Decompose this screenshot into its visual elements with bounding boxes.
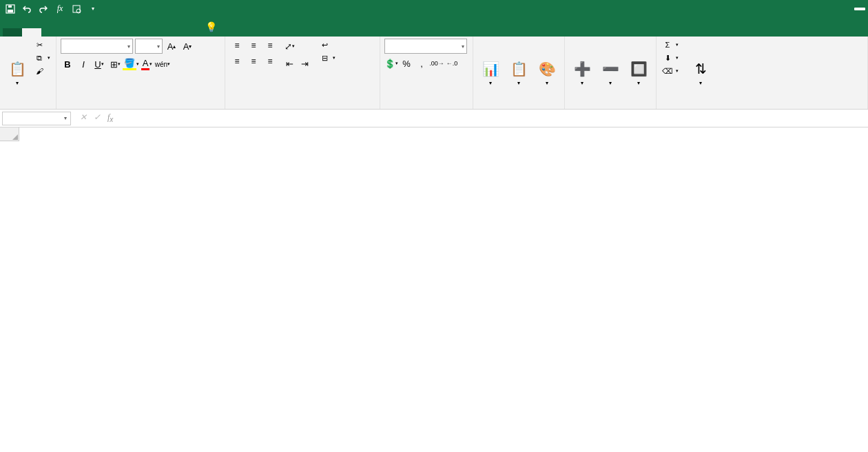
cond-format-button[interactable]: 📊▾ <box>477 39 504 106</box>
tab-formula[interactable] <box>80 28 99 37</box>
phonetic-button[interactable]: wén▾ <box>156 56 169 72</box>
align-top-button[interactable]: ≡ <box>229 39 245 52</box>
redo-icon[interactable] <box>36 1 51 17</box>
comma-button[interactable]: , <box>415 56 428 71</box>
decrease-font-button[interactable]: A▾ <box>180 39 194 54</box>
ribbon-tabs: 💡 <box>0 17 868 37</box>
cond-format-icon: 📊 <box>481 59 500 79</box>
cell-style-icon: 🎨 <box>537 59 557 79</box>
fill-button[interactable]: ⬇ ▾ <box>661 52 680 64</box>
login-button[interactable] <box>854 8 865 10</box>
cells-label <box>569 106 652 107</box>
merge-button[interactable]: ⊟ ▾ <box>318 52 337 64</box>
sort-filter-button[interactable]: ⇅▾ <box>688 39 714 106</box>
table-icon: 📋 <box>509 59 528 79</box>
insert-cells-button[interactable]: ➕▾ <box>569 39 595 106</box>
tab-help[interactable] <box>176 28 196 37</box>
cancel-formula-button[interactable]: ✕ <box>80 112 87 123</box>
brush-icon: 🖌 <box>34 65 45 76</box>
tab-home[interactable] <box>22 28 41 37</box>
tab-data[interactable] <box>99 28 118 37</box>
group-number: ▾ 💲▾ % , .00→ ←.0 <box>380 37 473 109</box>
decrease-decimal-button[interactable]: ←.0 <box>445 56 459 71</box>
align-right-button[interactable]: ≡ <box>262 54 278 68</box>
tab-insert[interactable] <box>41 28 61 37</box>
tab-view[interactable] <box>138 28 157 37</box>
wrap-text-button[interactable]: ↩ <box>318 39 337 51</box>
font-name-combo[interactable]: ▾ <box>61 39 133 54</box>
align-left-button[interactable]: ≡ <box>229 54 245 68</box>
format-icon: 🔲 <box>629 59 648 79</box>
percent-button[interactable]: % <box>400 56 413 71</box>
group-editing: Σ ▾ ⬇ ▾ ⌫ ▾ ⇅▾ <box>657 37 868 109</box>
tab-dev[interactable] <box>157 28 176 37</box>
svg-rect-2 <box>8 6 12 8</box>
alignment-label <box>229 106 375 107</box>
wrap-icon: ↩ <box>319 39 330 50</box>
fx-icon[interactable]: fx <box>52 1 68 17</box>
cell-style-button[interactable]: 🎨▾ <box>534 39 560 106</box>
fill-down-icon: ⬇ <box>662 52 673 63</box>
sort-icon: ⇅ <box>691 59 710 79</box>
clear-button[interactable]: ⌫ ▾ <box>661 65 680 77</box>
style-label <box>477 106 560 107</box>
border-button[interactable]: ⊞▾ <box>108 56 122 72</box>
font-size-combo[interactable]: ▾ <box>135 39 163 54</box>
bold-button[interactable]: B <box>61 56 74 72</box>
orientation-button[interactable]: ⤢▾ <box>282 39 296 54</box>
save-icon[interactable] <box>3 1 18 17</box>
merge-icon: ⊟ <box>319 52 330 63</box>
italic-button[interactable]: I <box>76 56 90 72</box>
lightbulb-icon: 💡 <box>205 21 217 32</box>
delete-cells-button[interactable]: ➖▾ <box>597 39 623 106</box>
font-color-button[interactable]: A▾ <box>140 56 154 72</box>
group-font: ▾ ▾ A▴ A▾ B I U▾ ⊞▾ 🪣▾ A▾ wén▾ <box>56 37 225 109</box>
confirm-formula-button[interactable]: ✓ <box>94 112 101 123</box>
increase-indent-button[interactable]: ⇥ <box>298 56 311 71</box>
copy-button[interactable]: ⧉ ▾ <box>32 52 52 64</box>
chevron-down-icon: ▾ <box>157 43 160 50</box>
chevron-down-icon: ▾ <box>64 115 67 121</box>
format-cells-button[interactable]: 🔲▾ <box>626 39 652 106</box>
group-clipboard: 📋 ▾ ✂ ⧉ ▾ 🖌 <box>0 37 56 109</box>
title-bar: fx ▾ <box>0 0 868 17</box>
quick-access-toolbar: fx ▾ <box>3 1 101 17</box>
align-center-button[interactable]: ≡ <box>246 54 261 68</box>
ribbon: 📋 ▾ ✂ ⧉ ▾ 🖌 ▾ ▾ A▴ A▾ B I U▾ <box>0 37 868 110</box>
tab-layout[interactable] <box>61 28 80 37</box>
painter-button[interactable]: 🖌 <box>32 65 52 77</box>
formula-bar: ▾ ✕ ✓ fx <box>0 110 868 127</box>
bucket-icon: 🪣 <box>123 58 136 70</box>
select-all-corner[interactable] <box>0 127 19 141</box>
insert-icon: ➕ <box>572 59 592 79</box>
tab-file[interactable] <box>3 28 22 37</box>
name-box[interactable]: ▾ <box>2 112 71 125</box>
number-format-combo[interactable]: ▾ <box>384 39 467 54</box>
grid <box>0 127 868 452</box>
font-label <box>61 106 220 107</box>
undo-icon[interactable] <box>19 1 34 17</box>
svg-rect-1 <box>8 10 13 12</box>
group-styles: 📊▾ 📋▾ 🎨▾ <box>473 37 565 109</box>
align-middle-button[interactable]: ≡ <box>246 39 261 52</box>
sigma-icon: Σ <box>662 39 673 50</box>
table-format-button[interactable]: 📋▾ <box>506 39 532 106</box>
fx-button[interactable]: fx <box>107 112 113 123</box>
tab-review[interactable] <box>118 28 138 37</box>
align-bottom-button[interactable]: ≡ <box>262 39 278 52</box>
tell-me[interactable]: 💡 <box>196 17 231 37</box>
fill-color-button[interactable]: 🪣▾ <box>124 56 138 72</box>
underline-button[interactable]: U▾ <box>92 56 106 72</box>
clipboard-label <box>4 106 52 107</box>
currency-button[interactable]: 💲▾ <box>384 56 398 71</box>
autosum-button[interactable]: Σ ▾ <box>661 39 680 51</box>
decrease-indent-button[interactable]: ⇤ <box>282 56 296 71</box>
increase-decimal-button[interactable]: .00→ <box>430 56 444 71</box>
print-preview-icon[interactable] <box>69 1 84 17</box>
number-label <box>384 106 468 107</box>
increase-font-button[interactable]: A▴ <box>165 39 178 54</box>
paste-button[interactable]: 📋 ▾ <box>4 39 30 106</box>
copy-icon: ⧉ <box>34 52 45 63</box>
qat-dropdown-icon[interactable]: ▾ <box>85 1 101 17</box>
cut-button[interactable]: ✂ <box>32 39 52 51</box>
